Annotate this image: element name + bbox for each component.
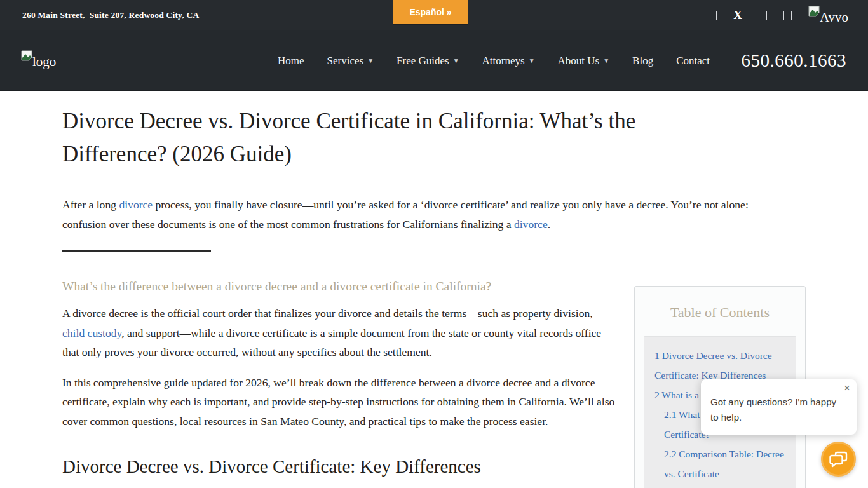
- close-icon[interactable]: ×: [844, 382, 850, 395]
- chevron-down-icon: ▼: [529, 57, 535, 64]
- inline-link[interactable]: divorce: [514, 218, 548, 231]
- avvo-alt-text: Avvo: [820, 10, 848, 25]
- espanol-button[interactable]: Español »: [393, 0, 468, 24]
- chevron-down-icon: ▼: [603, 57, 609, 64]
- inline-link[interactable]: divorce: [119, 198, 153, 211]
- nav-item-label: About Us: [558, 55, 600, 67]
- main-navigation: logo Home Services ▼ Free Guides ▼ Attor…: [0, 30, 868, 91]
- nav-item-label: Blog: [632, 55, 653, 67]
- avvo-link[interactable]: Avvo: [808, 6, 848, 25]
- chat-bubbles-icon: [829, 451, 848, 468]
- linkedin-icon[interactable]: [759, 11, 767, 20]
- nav-item-label: Attorneys: [482, 55, 525, 67]
- phone-number[interactable]: 650.660.1663: [742, 30, 847, 91]
- divider: [62, 250, 211, 252]
- nav-item-label: Contact: [676, 55, 710, 67]
- logo-alt-text: logo: [32, 54, 56, 70]
- site-logo[interactable]: logo: [21, 50, 56, 70]
- divider: [729, 80, 729, 105]
- nav-item-blog[interactable]: Blog: [632, 55, 653, 67]
- nav-item-label: Home: [278, 55, 304, 67]
- office-address: 260 Main Street, Suite 207, Redwood City…: [0, 10, 199, 20]
- twitter-x-icon[interactable]: X: [733, 8, 742, 22]
- nav-item-label: Services: [327, 55, 364, 67]
- section-heading: Divorce Decree vs. Divorce Certificate: …: [62, 456, 616, 477]
- facebook-icon[interactable]: [709, 11, 717, 20]
- social-links: X Avvo: [709, 0, 848, 30]
- chevron-down-icon: ▼: [453, 57, 459, 64]
- toc-link-2-2[interactable]: 2.2 Comparison Table: Decree vs. Certifi…: [654, 444, 785, 484]
- nav-item-contact[interactable]: Contact: [676, 55, 710, 67]
- nav-item-about-us[interactable]: About Us ▼: [558, 55, 610, 67]
- nav-item-attorneys[interactable]: Attorneys ▼: [482, 55, 535, 67]
- answer-paragraph: A divorce decree is the official court o…: [62, 304, 616, 362]
- chat-greeting-message: Got any questions? I'm happy to help.: [701, 379, 857, 425]
- nav-item-home[interactable]: Home: [278, 55, 304, 67]
- nav-menu: Home Services ▼ Free Guides ▼ Attorneys …: [278, 30, 710, 91]
- chevron-down-icon: ▼: [367, 57, 374, 64]
- intro-paragraph: After a long divorce process, you finall…: [62, 195, 768, 234]
- guide-paragraph: In this comprehensive guide updated for …: [62, 373, 616, 431]
- toc-title: Table of Contents: [635, 304, 805, 321]
- top-bar: 260 Main Street, Suite 207, Redwood City…: [0, 0, 868, 30]
- broken-image-icon: [21, 50, 32, 62]
- nav-item-label: Free Guides: [397, 55, 449, 67]
- yelp-icon[interactable]: [783, 11, 792, 20]
- question-heading: What’s the difference between a divorce …: [62, 280, 616, 294]
- inline-link[interactable]: child custody: [62, 327, 121, 339]
- broken-image-icon: [808, 6, 820, 17]
- article-body: A divorce decree is the official court o…: [62, 304, 616, 488]
- page-title: Divorce Decree vs. Divorce Certificate i…: [62, 105, 736, 171]
- nav-item-services[interactable]: Services ▼: [327, 55, 374, 67]
- chat-popup: × Got any questions? I'm happy to help.: [701, 379, 857, 435]
- chat-launcher-button[interactable]: [821, 442, 856, 477]
- nav-item-free-guides[interactable]: Free Guides ▼: [397, 55, 459, 67]
